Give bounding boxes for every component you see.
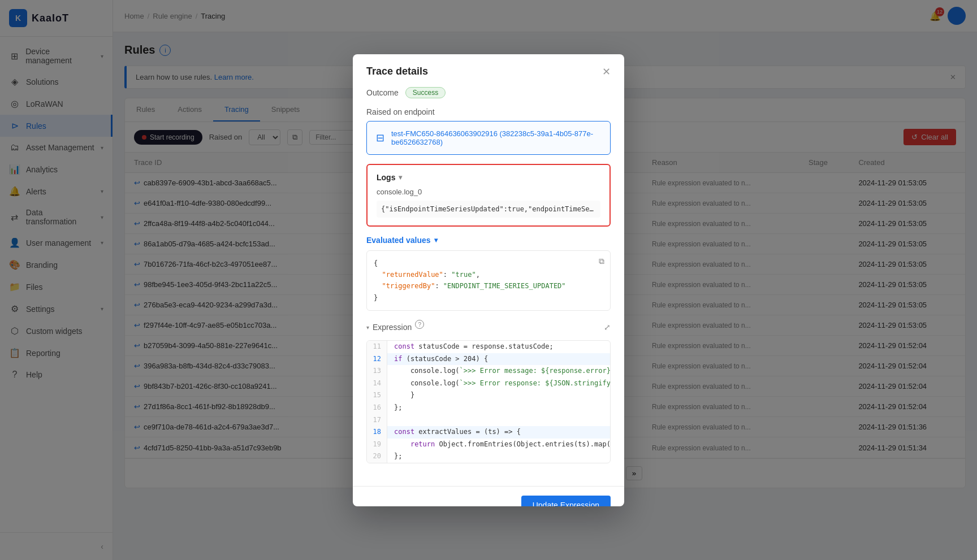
code-line-20: 20 }; — [367, 450, 610, 463]
modal-header: Trace details ✕ — [353, 54, 624, 87]
code-line-12: 12 if (statusCode > 204) { — [367, 353, 610, 366]
code-line-13: 13 console.log(`>>> Error message: ${res… — [367, 365, 610, 377]
evaluated-label: Evaluated values — [366, 236, 431, 245]
modal-footer: Update Expression — [353, 486, 624, 506]
code-line-15: 15 } — [367, 389, 610, 402]
code-line-11: 11 const statusCode = response.statusCod… — [367, 341, 610, 353]
log-content: {"isEndpointTimeSeriesUpdated":true,"end… — [377, 201, 600, 218]
code-line-17: 17 — [367, 414, 610, 427]
expression-section: ▾ Expression ? ⤢ 11 const statusCode = r… — [366, 320, 611, 463]
expression-label: Expression — [373, 323, 412, 332]
outcome-badge: Success — [405, 87, 446, 98]
log-name: console.log_0 — [377, 188, 600, 196]
endpoint-box[interactable]: ⊟ test-FMC650-864636063902916 (382238c5-… — [366, 121, 611, 155]
outcome-label: Outcome — [366, 88, 399, 97]
evaluated-chevron-icon: ▾ — [434, 236, 438, 244]
code-line-14: 14 console.log(`>>> Error response: ${JS… — [367, 377, 610, 390]
evaluated-header[interactable]: Evaluated values ▾ — [366, 236, 611, 245]
evaluated-code: { "returnedValue": "true", "triggeredBy"… — [374, 258, 603, 304]
code-line-19: 19 return Object.fromEntries(Object.entr… — [367, 439, 610, 451]
evaluated-body: ⧉ { "returnedValue": "true", "triggeredB… — [366, 250, 611, 311]
trace-details-modal: Trace details ✕ Outcome Success Raised o… — [353, 54, 624, 506]
outcome-row: Outcome Success — [366, 87, 611, 98]
logs-chevron-icon: ▾ — [399, 173, 402, 181]
raised-on-label: Raised on endpoint — [366, 107, 611, 116]
modal-close-button[interactable]: ✕ — [602, 66, 611, 78]
endpoint-icon: ⊟ — [376, 132, 384, 144]
expression-expand-button[interactable]: ⤢ — [604, 323, 611, 332]
update-expression-button[interactable]: Update Expression — [521, 496, 611, 506]
logs-section: Logs ▾ console.log_0 {"isEndpointTimeSer… — [366, 164, 611, 227]
code-line-16: 16 }; — [367, 402, 610, 414]
expression-body: 11 const statusCode = response.statusCod… — [366, 340, 611, 463]
modal-body: Outcome Success Raised on endpoint ⊟ tes… — [353, 87, 624, 487]
expression-collapse-icon[interactable]: ▾ — [366, 324, 369, 331]
modal-overlay: Trace details ✕ Outcome Success Raised o… — [0, 0, 977, 560]
expression-help-icon[interactable]: ? — [415, 320, 424, 329]
copy-evaluated-button[interactable]: ⧉ — [599, 257, 604, 266]
endpoint-text: test-FMC650-864636063902916 (382238c5-39… — [391, 129, 601, 146]
logs-header[interactable]: Logs ▾ — [377, 173, 600, 182]
expression-header: ▾ Expression ? ⤢ — [366, 320, 611, 335]
evaluated-values-section: Evaluated values ▾ ⧉ { "returnedValue": … — [366, 236, 611, 311]
logs-label: Logs — [377, 173, 395, 182]
code-line-18: 18 const extractValues = (ts) => { — [367, 426, 610, 439]
modal-title: Trace details — [366, 66, 428, 77]
